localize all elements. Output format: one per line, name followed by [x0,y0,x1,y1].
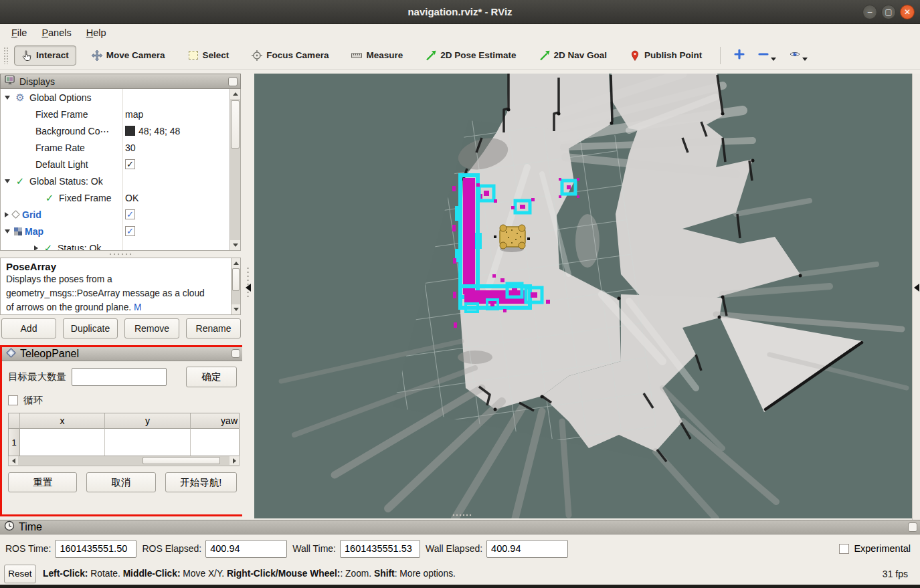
scrollbar-thumb[interactable] [231,100,240,149]
wall-elapsed-input[interactable] [486,540,568,558]
tree-row-map[interactable]: Map [1,223,229,239]
remove-button[interactable]: Remove [124,318,179,338]
expander-down-icon[interactable] [5,96,10,100]
tool-focus-camera[interactable]: Focus Camera [244,45,336,66]
menu-file[interactable]: File [5,26,33,39]
table-horizontal-scrollbar[interactable] [8,456,240,466]
duplicate-button[interactable]: Duplicate [63,318,118,338]
description-line: Displays the poses from a [6,272,225,286]
float-button[interactable] [908,522,917,532]
ros-time-input[interactable] [55,540,136,558]
scroll-down-icon[interactable] [230,240,240,250]
expander-right-icon[interactable] [34,246,38,251]
tree-value: 48; 48; 48 [139,126,180,136]
expander-down-icon[interactable] [5,229,10,233]
toolbar-grip[interactable] [3,47,8,64]
tree-row-fixed-frame[interactable]: Fixed Framemap [1,106,229,122]
tree-row-frame-rate[interactable]: Frame Rate30 [1,139,229,156]
splitter-grip[interactable] [247,266,249,297]
description-line: geometry_msgs::PoseArray message as a cl… [6,286,225,300]
expander-right-icon[interactable] [5,212,9,217]
panel-splitter[interactable] [242,74,254,520]
tool-move-camera[interactable]: Move Camera [84,45,173,66]
render-viewport[interactable] [254,74,912,518]
tool-2d-pose-estimate[interactable]: 2D Pose Estimate [418,45,523,66]
zoom-out-button[interactable] [754,46,780,65]
panel-resize-handle[interactable] [0,251,242,258]
view-button[interactable] [786,46,812,65]
column-header-yaw[interactable]: yaw [191,413,239,429]
float-button[interactable] [228,77,238,86]
tool-interact[interactable]: Interact [14,45,76,66]
start-navigation-button[interactable]: 开始导航! [165,472,237,492]
collapse-left-icon[interactable] [246,284,251,292]
rename-button[interactable]: Rename [186,318,241,338]
table-cell-yaw[interactable] [191,429,239,456]
ros-elapsed-input[interactable] [205,540,287,558]
checkbox[interactable] [125,226,135,236]
reset-goals-button[interactable]: 重置 [8,472,77,492]
row-header[interactable]: 1 [9,429,20,456]
close-button[interactable]: ✕ [900,5,915,19]
maximize-button[interactable]: ▢ [881,5,896,19]
column-header-x[interactable]: x [20,413,105,429]
more-information-link[interactable]: M [134,302,142,312]
wall-time-input[interactable] [340,540,420,558]
description-title: PoseArray [6,261,225,272]
tree-label: Status: Ok [58,243,101,252]
check-icon [14,175,26,187]
scroll-right-icon[interactable] [229,456,239,465]
zoom-in-button[interactable] [730,46,749,65]
table-cell-y[interactable] [105,429,191,456]
tree-row-global-options[interactable]: Global Options [1,89,229,106]
experimental-checkbox[interactable] [839,544,849,554]
scroll-up-icon[interactable] [232,258,240,268]
scrollbar-thumb[interactable] [232,268,240,291]
scroll-up-icon[interactable] [230,89,240,99]
ros-elapsed-label: ROS Elapsed: [142,543,201,554]
scroll-left-icon[interactable] [9,456,18,465]
loop-checkbox[interactable] [8,395,18,405]
color-swatch[interactable] [125,126,135,136]
tree-row-grid[interactable]: Grid [1,206,229,223]
column-header-y[interactable]: y [105,413,191,429]
cancel-button[interactable]: 取消 [86,472,155,492]
tree-row-status-ok[interactable]: Status: Ok [1,239,229,251]
tool-select[interactable]: Select [181,45,237,66]
collapse-left-icon[interactable] [914,284,919,292]
tree-value: OK [125,193,139,203]
displays-panel-header[interactable]: Displays [0,74,241,89]
map-pin-icon [630,50,640,61]
scrollbar-thumb[interactable] [143,457,221,464]
tool-label: Select [203,50,229,60]
tree-row-fixed-frame[interactable]: Fixed FrameOK [1,189,229,206]
tree-row-global-status-ok[interactable]: Global Status: Ok [1,173,229,189]
checkbox[interactable] [125,159,135,169]
time-panel-header[interactable]: Time [0,520,920,534]
chevron-down-icon[interactable] [802,58,808,61]
menu-panels[interactable]: Panels [35,26,77,39]
description-scrollbar[interactable] [231,258,240,314]
max-goal-input[interactable] [72,368,167,386]
menu-help[interactable]: Help [80,26,112,39]
tool-measure[interactable]: Measure [344,45,410,66]
chevron-down-icon[interactable] [771,58,776,61]
teleop-panel-header[interactable]: TeleopPanel [2,347,243,361]
checkbox[interactable] [125,209,135,219]
float-button[interactable] [232,349,240,358]
tool-2d-nav-goal[interactable]: 2D Nav Goal [532,45,615,66]
tool-publish-point[interactable]: Publish Point [622,45,709,66]
expander-down-icon[interactable] [5,179,10,183]
displays-scrollbar[interactable] [229,89,240,250]
tree-row-background-co-[interactable]: Background Co⋯48; 48; 48 [1,122,229,139]
right-panel-splitter[interactable] [912,74,920,520]
wall-time-label: Wall Time: [292,543,336,554]
tree-row-default-light[interactable]: Default Light [1,156,229,173]
reset-button[interactable]: Reset [4,565,36,583]
confirm-button[interactable]: 确定 [186,367,237,387]
add-button[interactable]: Add [1,318,56,338]
minimize-button[interactable]: – [862,5,877,19]
table-cell-x[interactable] [20,429,105,456]
scroll-down-icon[interactable] [232,304,240,314]
tree-label: Fixed Frame [35,109,88,120]
